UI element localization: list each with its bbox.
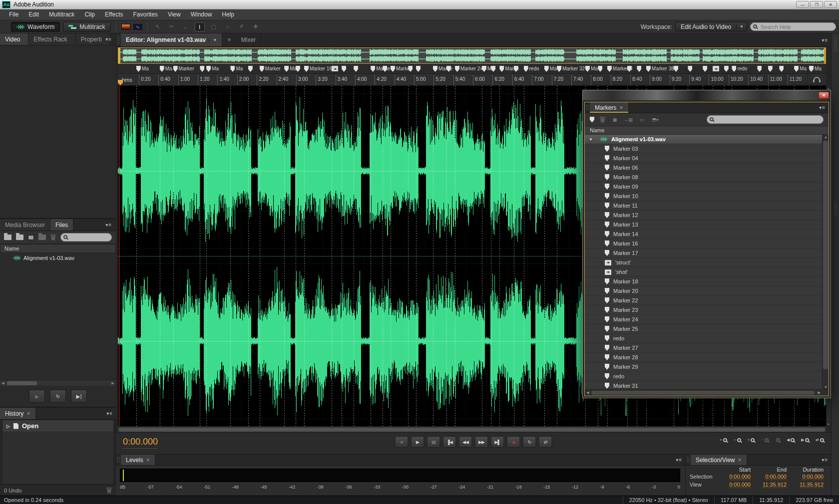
timeline-marker-flag[interactable]: ◂▸ redo — [732, 66, 747, 72]
export-markers-icon[interactable]: ⬒▾ — [651, 116, 659, 123]
zoom-in-amplitude-button[interactable]: + — [720, 438, 727, 442]
markers-search-box[interactable] — [707, 115, 824, 124]
timeline-marker-flag[interactable]: ◂▸ Marker 38 — [646, 66, 674, 72]
marker-row[interactable]: ◂▸ Marker 03 — [585, 144, 829, 154]
import-file-icon[interactable] — [16, 235, 23, 240]
scrollbar-thumb[interactable] — [7, 381, 37, 385]
marquee-selection-tool[interactable]: ▢ — [209, 22, 219, 31]
menu-item[interactable]: Favorites — [128, 9, 163, 20]
timeline-marker-flag[interactable]: ◂▸ — [598, 66, 603, 72]
markers-floating-panel[interactable]: ✕ Markers ✕ ▾≡ ▦ →▤ ▭ ⬒▾ — [582, 90, 831, 398]
marker-row[interactable]: ◂▸ Marker 17 — [585, 249, 829, 258]
timeline-marker-flag[interactable]: ◂▸ — [383, 66, 388, 72]
marker-row[interactable]: ◂▸ 'struct' — [585, 258, 829, 267]
panel-menu-icon[interactable]: ▾≡ — [102, 222, 115, 228]
timeline-marker-flag[interactable]: ◂▸ — [491, 66, 496, 72]
marker-row[interactable]: ◂▸ Marker 27 — [585, 343, 829, 353]
markers-search-input[interactable] — [717, 116, 821, 123]
skip-to-end-button[interactable]: ▶▌ — [491, 436, 504, 448]
timeline-marker-flag[interactable]: ◂▸ — [637, 66, 642, 72]
minimize-button[interactable]: — — [796, 1, 809, 8]
marker-row[interactable]: ◂▸ Marker 16 — [585, 239, 829, 249]
history-entry[interactable]: ▷ Open — [2, 420, 113, 432]
marker-row[interactable]: ◂▸ Marker 12 — [585, 211, 829, 220]
timeline-marker-flag[interactable]: ◂▸ Ma — [206, 66, 219, 72]
marker-row[interactable]: ◂▸ Marker 25 — [585, 324, 829, 334]
export-icon[interactable] — [38, 235, 46, 240]
right-dock-strip[interactable] — [831, 33, 839, 496]
zoom-out-time-button[interactable]: − — [761, 438, 769, 442]
help-search-box[interactable] — [750, 22, 836, 31]
timeline-marker-flag[interactable]: ◂▸ — [627, 66, 633, 72]
timeline-marker-flag[interactable]: ◂▸ — [248, 66, 254, 72]
menu-item[interactable]: Clip — [79, 9, 100, 20]
duration-value[interactable]: 0:00.000 — [792, 473, 829, 481]
close-tab-icon[interactable]: ✕ — [26, 411, 30, 416]
timeline-marker-flag[interactable]: ◂▸ — [757, 66, 763, 72]
marker-row[interactable]: ◂▸ Marker 20 — [585, 286, 829, 296]
horizontal-scrollbar[interactable] — [118, 426, 826, 432]
timeline-marker-flag[interactable]: ◂▸ — [200, 66, 205, 72]
zoom-out-amplitude-button[interactable]: − — [734, 438, 741, 442]
timeline-marker-flag[interactable]: ◂▸ Ma — [544, 66, 557, 72]
selection-view-tab[interactable]: Selection/View ✕ — [691, 455, 747, 465]
stop-button[interactable]: ■ — [395, 436, 409, 448]
spectral-display-icon[interactable] — [121, 24, 130, 30]
timeline-marker-flag[interactable]: ◂▸ — [332, 66, 339, 71]
timeline-marker-flag[interactable]: ◂▸ Ma — [585, 66, 598, 72]
panel-grip[interactable] — [687, 457, 690, 463]
close-icon[interactable]: ✕ — [819, 92, 829, 99]
scroll-left-icon[interactable]: ◀ — [586, 391, 589, 395]
overview-strip[interactable] — [118, 47, 826, 64]
fast-forward-button[interactable]: ▶▶ — [475, 436, 488, 448]
move-tool[interactable]: ⇖ — [153, 22, 163, 31]
new-content-icon[interactable] — [28, 235, 34, 240]
loop-playback-button[interactable]: ↻ — [523, 436, 536, 448]
left-panel-tab[interactable]: Video yes — [0, 33, 28, 45]
close-button[interactable]: ✕ — [824, 1, 837, 8]
dock-grip[interactable] — [834, 36, 837, 51]
marker-row[interactable]: ◂▸ Marker 10 — [585, 192, 829, 201]
waveform-mode-button[interactable]: Waveform — [11, 22, 60, 32]
razor-tool[interactable]: ✂ — [167, 22, 177, 31]
panel-menu-icon[interactable]: ▾≡ — [819, 457, 831, 463]
timeline-marker-flag[interactable]: ◂▸ — [713, 66, 720, 71]
marker-row[interactable]: ◂▸ 'shot' — [585, 267, 829, 277]
timeline-marker-flag[interactable]: ◂▸ Marker 32 — [557, 66, 585, 72]
zoom-reset-button[interactable] — [775, 438, 780, 442]
marker-row[interactable]: ◂▸ redo — [585, 372, 829, 381]
marker-strip[interactable]: ◂▸ Ma ◂▸ Ma ◂▸ Marker ◂▸ — [118, 65, 826, 74]
marker-row[interactable]: ◂▸ Marker 09 — [585, 182, 829, 192]
menu-item[interactable]: Help — [217, 9, 239, 20]
start-value[interactable]: 0:00.000 — [720, 473, 756, 481]
marker-row[interactable]: ◂▸ Marker 18 — [585, 277, 829, 286]
time-ruler[interactable]: hms 0:200:401:001:201:402:002:202:403:00… — [118, 74, 826, 86]
scrollbar-thumb[interactable] — [823, 141, 828, 369]
menu-item[interactable]: Effects — [100, 9, 128, 20]
marker-row[interactable]: ◂▸ Marker 06 — [585, 163, 829, 173]
marker-row[interactable]: ◂▸ Marker 08 — [585, 173, 829, 182]
timeline-marker-flag[interactable]: ◂▸ Marker 16 — [304, 66, 332, 72]
delete-marker-icon[interactable] — [600, 117, 605, 123]
marker-row[interactable]: ◂▸ Marker 11 — [585, 201, 829, 211]
multitrack-mode-button[interactable]: Multitrack — [63, 22, 110, 32]
scroll-down-icon[interactable]: ▼ — [824, 385, 828, 389]
timeline-marker-flag[interactable]: ◂▸ — [779, 66, 785, 72]
panel-grip[interactable] — [117, 35, 120, 44]
timeline-marker-flag[interactable]: ◂▸ — [514, 66, 519, 72]
play-button[interactable]: ▶ — [411, 436, 424, 448]
zoom-in-right-edge-button[interactable]: ▶ — [801, 438, 809, 442]
menu-item[interactable]: File — [4, 9, 23, 20]
marker-row[interactable]: ◂▸ redo — [585, 334, 829, 343]
marker-row[interactable]: ◂▸ Marker 29 — [585, 362, 829, 372]
files-horizontal-scrollbar[interactable]: ◀ ▶ — [0, 380, 116, 386]
files-search-box[interactable] — [60, 233, 112, 242]
timeline-marker-flag[interactable]: ◂▸ Marker — [173, 66, 194, 72]
panel-menu-icon[interactable]: ▾≡ — [819, 37, 831, 43]
file-row[interactable]: Alignment v1-03.wav — [0, 253, 116, 263]
menu-item[interactable]: Window — [186, 9, 217, 20]
timeline-marker-flag[interactable]: ◂▸ Ma — [136, 66, 149, 72]
timeline-marker-flag[interactable]: ◂▸ — [416, 66, 421, 72]
timeline-marker-flag[interactable]: ◂▸ Ma — [230, 66, 243, 72]
files-panel-tab[interactable]: Files — [50, 219, 73, 231]
